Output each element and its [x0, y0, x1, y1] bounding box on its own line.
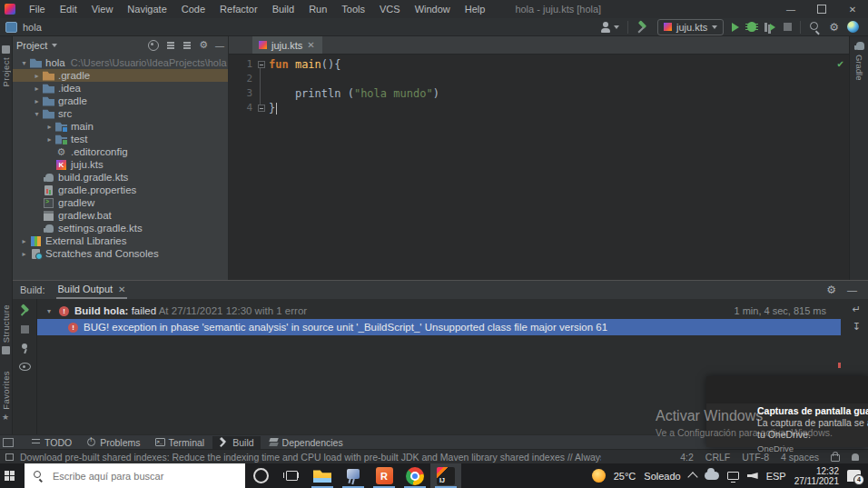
chrome-button[interactable] — [399, 463, 430, 488]
cortana-button[interactable] — [245, 463, 276, 488]
onedrive-notification[interactable]: Capturas de pantalla guarda La captura d… — [706, 376, 868, 447]
menu-item[interactable]: Edit — [54, 2, 84, 16]
tree-expander-icon[interactable]: ▸ — [44, 135, 55, 144]
tree-expander-icon[interactable]: ▸ — [31, 72, 43, 80]
tool-window-button[interactable]: Terminal — [149, 436, 212, 449]
menu-item[interactable]: Navigate — [121, 2, 173, 16]
minimize-button[interactable]: — — [775, 0, 806, 18]
tree-item[interactable]: .editorconfig — [13, 145, 228, 158]
run-with-coverage-button[interactable] — [764, 22, 775, 33]
tool-window-button[interactable]: Dependencies — [262, 436, 350, 449]
tool-window-button[interactable]: TODO — [25, 436, 78, 449]
tree-item[interactable]: juju.kts — [13, 158, 228, 171]
close-tab-icon[interactable]: ✕ — [118, 284, 125, 294]
tree-expander-icon[interactable]: ▸ — [18, 250, 30, 258]
fold-marker-icon[interactable] — [258, 105, 265, 112]
readonly-lock-icon[interactable] — [831, 454, 840, 462]
intellij-button[interactable] — [430, 463, 461, 488]
onedrive-cloud-icon[interactable] — [705, 472, 719, 480]
tree-item[interactable]: ▾ hola C:\Users\Usuario\IdeaProjects\hol… — [13, 56, 228, 69]
tree-expander-icon[interactable]: ▸ — [18, 237, 30, 245]
tree-expander-icon[interactable]: ▸ — [31, 97, 43, 105]
build-settings-gear-icon[interactable]: ⚙ — [826, 284, 836, 295]
editor-tab-juju-kts[interactable]: juju.kts ✕ — [252, 36, 322, 54]
tree-item[interactable]: ▸ Scratches and Consoles — [13, 247, 228, 260]
tree-item[interactable]: ▸ gradle — [13, 95, 228, 107]
menu-item[interactable]: Window — [409, 2, 457, 16]
stop-button[interactable] — [784, 23, 792, 31]
stripe-project-button[interactable]: Project — [1, 42, 11, 86]
build-error-row[interactable]: ! BUG! exception in phase 'semantic anal… — [37, 319, 841, 335]
menu-item[interactable]: Build — [266, 2, 301, 16]
project-panel-title[interactable]: Project — [16, 40, 47, 51]
tree-item[interactable]: ▸ External Libraries — [13, 234, 228, 247]
menu-item[interactable]: Tools — [335, 2, 371, 16]
soft-wrap-icon[interactable]: ↵ — [853, 304, 861, 314]
pin-icon[interactable] — [20, 343, 29, 354]
rerun-build-icon[interactable] — [19, 304, 31, 316]
menu-item[interactable]: Refactor — [213, 2, 264, 16]
profile-button[interactable] — [600, 22, 619, 33]
tree-item[interactable]: settings.gradle.kts — [13, 222, 228, 234]
network-icon[interactable] — [727, 472, 739, 480]
tray-chevron-icon[interactable] — [687, 472, 697, 482]
collapse-all-icon[interactable] — [182, 41, 192, 50]
presentation-app-button[interactable] — [338, 463, 369, 488]
chevron-down-icon[interactable] — [52, 44, 57, 47]
code-area[interactable]: ✔ 1 fun main(){ 2 3 println ("hola mundo… — [229, 55, 849, 115]
tree-expander-icon[interactable]: ▾ — [18, 59, 30, 67]
file-explorer-button[interactable] — [307, 463, 338, 488]
settings-gear-icon[interactable]: ⚙ — [829, 22, 839, 33]
hide-build-panel-icon[interactable]: — — [847, 284, 857, 295]
tree-expander-icon[interactable]: ▸ — [44, 123, 55, 131]
expand-all-icon[interactable] — [166, 41, 175, 50]
menu-item[interactable]: File — [23, 2, 52, 16]
weather-desc[interactable]: Soleado — [644, 471, 680, 482]
stripe-structure-button[interactable]: Structure — [1, 304, 11, 358]
breadcrumb[interactable]: hola — [23, 22, 42, 33]
close-button[interactable]: ✕ — [837, 0, 868, 18]
build-output-tab[interactable]: Build Output ✕ — [56, 282, 128, 299]
tree-item[interactable]: ▸ .gradle — [13, 69, 228, 82]
clock[interactable]: 12:32 27/11/2021 — [794, 466, 839, 486]
r-app-button[interactable]: R — [369, 463, 399, 488]
tree-item[interactable]: ▸ main — [13, 120, 228, 133]
task-view-button[interactable] — [276, 463, 307, 488]
start-button[interactable] — [0, 463, 25, 488]
locate-file-icon[interactable] — [148, 40, 159, 51]
run-button[interactable] — [732, 23, 739, 32]
maximize-button[interactable] — [806, 0, 837, 18]
status-message[interactable]: Download pre-built shared indexes: Reduc… — [20, 452, 601, 463]
keyboard-language[interactable]: ESP — [766, 471, 786, 482]
action-center-button[interactable]: 4 — [847, 470, 861, 482]
run-configuration-select[interactable]: juju.kts — [657, 19, 724, 35]
close-tab-icon[interactable]: ✕ — [307, 40, 314, 50]
tree-item[interactable]: build.gradle.kts — [13, 171, 228, 184]
editor-area[interactable]: juju.kts ✕ ✔ 1 fun main(){ 2 3 println (… — [229, 36, 849, 280]
stripe-gradle-button[interactable]: Gradle — [853, 41, 865, 81]
colorful-globe-icon[interactable] — [847, 21, 859, 33]
filter-eye-icon[interactable] — [19, 363, 31, 371]
tool-window-button[interactable]: Problems — [80, 436, 146, 449]
caret-position[interactable]: 4:2 — [680, 452, 694, 463]
debug-button[interactable] — [747, 22, 756, 32]
panel-gear-icon[interactable]: ⚙ — [199, 40, 208, 51]
tree-item[interactable]: gradlew — [13, 196, 228, 209]
search-input[interactable] — [51, 470, 218, 483]
menu-item[interactable]: Run — [302, 2, 333, 16]
inspection-ok-icon[interactable]: ✔ — [837, 57, 844, 72]
volume-icon[interactable] — [747, 473, 758, 479]
window-switcher-icon[interactable] — [3, 438, 14, 447]
menu-item[interactable]: Help — [459, 2, 492, 16]
tree-item[interactable]: gradle.properties — [13, 184, 228, 196]
hide-panel-icon[interactable]: — — [215, 41, 224, 51]
tree-expander-icon[interactable]: ▾ — [31, 110, 43, 118]
stop-build-icon[interactable] — [21, 325, 29, 334]
menu-item[interactable]: VCS — [373, 2, 407, 16]
menu-item[interactable]: Code — [175, 2, 212, 16]
weather-sun-icon[interactable] — [592, 469, 606, 483]
tree-item[interactable]: ▸ test — [13, 133, 228, 145]
stripe-favorites-button[interactable]: Favorites ★ — [1, 371, 11, 425]
menu-item[interactable]: View — [85, 2, 120, 16]
tree-item[interactable]: gradlew.bat — [13, 209, 228, 222]
